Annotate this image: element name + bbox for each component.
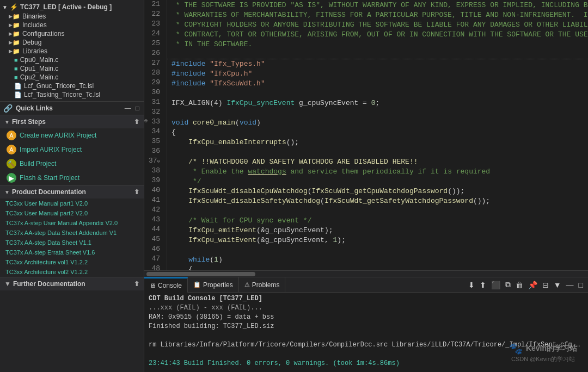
doc-link-4[interactable]: TC37x AA-step Data Sheet V1.1 (0, 238, 144, 247)
line-code: IfxScuWdt_disableSafetyWatchdog(IfxScuWd… (167, 196, 588, 206)
tree-item-debug[interactable]: ▶ 📁 Debug (0, 38, 144, 47)
table-row: 27 #include "Ifx_Types.h" (144, 59, 588, 69)
tab-properties[interactable]: 📋 Properties (188, 277, 239, 293)
line-number: 42 (144, 206, 167, 215)
line-code: * CONTRACT, TORT OR OTHERWISE, ARISING F… (167, 29, 588, 39)
doc-link-3[interactable]: TC37x AA-step Data Sheet Addendum V1 (0, 228, 144, 238)
product-docs-section: ▼ Product Documentation ⬆ TC3xx User Man… (0, 185, 144, 277)
console-down-btn[interactable]: ⬇ (467, 280, 476, 290)
tree-item-binaries[interactable]: ▶ 📁 Binaries (0, 12, 144, 21)
project-tree: ▼ ⚡ TC377_LED [ Active - Debug ] ▶ 📁 Bin… (0, 0, 144, 102)
folder-icon: 📁 (13, 30, 20, 38)
console-up-btn[interactable]: ⬆ (478, 280, 488, 290)
tree-item-lcf-gnuc[interactable]: 📄 Lcf_Gnuc_Tricore_Tc.lsl (0, 82, 144, 90)
tree-item-cpu2main[interactable]: ■ Cpu2_Main.c (0, 73, 144, 82)
horizontal-scrollbar[interactable] (144, 270, 588, 277)
tab-problems[interactable]: ⚠ Problems (239, 277, 286, 293)
product-docs-chevron-icon: ▼ (4, 189, 10, 195)
file-lsl-icon: 📄 (14, 83, 22, 90)
quick-links-header[interactable]: 🔗 Quick Links — □ (0, 102, 144, 115)
table-row: 32 (144, 108, 588, 117)
tree-item-cpu1main[interactable]: ■ Cpu1_Main.c (0, 64, 144, 73)
line-code: { (167, 264, 588, 270)
table-row: 36 (144, 147, 588, 157)
console-clear-btn[interactable]: 🗑 (514, 280, 525, 290)
first-steps-header[interactable]: ▼ First Steps ⬆ (0, 115, 144, 128)
console-minimize-btn[interactable]: — (565, 280, 575, 290)
tree-item-includes[interactable]: ▶ 📁 Includes (0, 21, 144, 29)
line-code: void core0_main(void) (167, 117, 588, 127)
table-row: 35 IfxCpu_enableInterrupts(); (144, 137, 588, 147)
table-row: 21 * THE SOFTWARE IS PROVIDED "AS IS", W… (144, 0, 588, 10)
code-scroll[interactable]: 21 * THE SOFTWARE IS PROVIDED "AS IS", W… (144, 0, 588, 270)
tree-item-configurations[interactable]: ▶ 📁 Configurations (0, 29, 144, 38)
line-number: 40 (144, 186, 167, 196)
line-code: * THE SOFTWARE IS PROVIDED "AS IS", WITH… (167, 0, 588, 10)
console-copy-btn[interactable]: ⧉ (504, 279, 512, 290)
file-c-icon: ■ (14, 57, 18, 63)
console-icon: 🖥 (150, 282, 156, 289)
line-code (167, 49, 588, 59)
quick-link-flash[interactable]: ▶ Flash & Start Project (0, 171, 144, 185)
table-row: 33⊖ void core0_main(void) (144, 117, 588, 127)
folder-icon: 📁 (13, 39, 20, 46)
quick-link-build[interactable]: 🔨 Build Project (0, 157, 144, 171)
project-header[interactable]: ▼ ⚡ TC377_LED [ Active - Debug ] (0, 2, 144, 12)
tree-item-cpu0main[interactable]: ■ Cpu0_Main.c (0, 55, 144, 64)
doc-link-5[interactable]: TC37x AA-step Errata Sheet V1.6 (0, 247, 144, 257)
maximize-button[interactable]: □ (134, 104, 140, 112)
console-pin-btn[interactable]: 📌 (526, 280, 539, 290)
quick-link-label: Build Project (20, 160, 56, 168)
tree-item-label: Libraries (22, 47, 47, 55)
scrollbar-thumb[interactable] (146, 272, 255, 276)
line-code: */ (167, 176, 588, 186)
further-docs-title: Further Documentation (13, 280, 85, 288)
console-maximize-btn[interactable]: □ (577, 280, 585, 290)
line-code: /* !!WATCHDOG0 AND SAFETY WATCHDOG ARE D… (167, 157, 588, 166)
line-number: 29 (144, 78, 167, 88)
tree-item-label: Lcf_Tasking_Tricore_Tc.lsl (24, 91, 100, 98)
first-steps-label: First Steps (12, 118, 46, 126)
console-expand-btn[interactable]: ⊟ (541, 280, 550, 290)
tree-item-libraries[interactable]: ▶ 📁 Libraries (0, 47, 144, 55)
tab-console[interactable]: 🖥 Console (144, 277, 188, 293)
line-code (167, 147, 588, 157)
project-icon: ⚡ (10, 3, 18, 11)
product-docs-title: Product Documentation (12, 188, 86, 196)
further-docs-section[interactable]: ▼ Further Documentation ⬆ (0, 277, 144, 290)
line-number: 31 (144, 98, 167, 108)
line-number: 25 (144, 39, 167, 49)
product-docs-header[interactable]: ▼ Product Documentation ⬆ (0, 185, 144, 199)
quick-link-import[interactable]: A Import AURIX Project (0, 142, 144, 157)
code-area: 21 * THE SOFTWARE IS PROVIDED "AS IS", W… (144, 0, 588, 277)
table-row: 45 IfxCpu_waitEvent(&g_cpuSyncEvent, 1); (144, 235, 588, 245)
quick-link-label: Flash & Start Project (20, 174, 79, 182)
doc-link-1[interactable]: TC3xx User Manual part2 V2.0 (0, 208, 144, 218)
line-code: * COPYRIGHT HOLDERS OR ANYONE DISTRIBUTI… (167, 20, 588, 29)
tree-item-label: Cpu0_Main.c (20, 56, 59, 64)
table-row: 46 (144, 245, 588, 255)
console-menu-btn[interactable]: ▼ (552, 280, 563, 290)
quick-link-create[interactable]: A Create new AURIX Project (0, 128, 144, 142)
tree-item-label: Includes (22, 21, 47, 29)
minimize-button[interactable]: — (124, 104, 132, 112)
section-controls: — □ (124, 104, 140, 112)
console-body[interactable]: CDT Build Console [TC377_LED] ...xxx (FA… (144, 293, 588, 372)
line-number: 41 (144, 196, 167, 206)
line-code: * IN THE SOFTWARE. (167, 39, 588, 49)
line-code: IfxCpu_waitEvent(&g_cpuSyncEvent, 1); (167, 235, 588, 245)
doc-link-6[interactable]: TC3xx Architecture vol1 V1.2.2 (0, 257, 144, 267)
tree-item-lcf-tasking[interactable]: 📄 Lcf_Tasking_Tricore_Tc.lsl (0, 90, 144, 99)
table-row: 23 * COPYRIGHT HOLDERS OR ANYONE DISTRIB… (144, 20, 588, 29)
line-number: 46 (144, 245, 167, 255)
table-row: 30 (144, 88, 588, 98)
quick-link-label: Create new AURIX Project (20, 132, 96, 139)
line-code: IfxScuWdt_disableCpuWatchdog(IfxScuWdt_g… (167, 186, 588, 196)
doc-link-7[interactable]: TC3xx Architecture vol2 V1.2.2 (0, 267, 144, 277)
main-area: 21 * THE SOFTWARE IS PROVIDED "AS IS", W… (144, 0, 588, 372)
tree-item-label: Cpu2_Main.c (20, 73, 59, 81)
doc-link-2[interactable]: TC37x A-step User Manual Appendix V2.0 (0, 218, 144, 228)
doc-link-0[interactable]: TC3xx User Manual part1 V2.0 (0, 199, 144, 208)
line-code: while(1) (167, 255, 588, 264)
console-stop-btn[interactable]: ⬛ (489, 280, 502, 290)
